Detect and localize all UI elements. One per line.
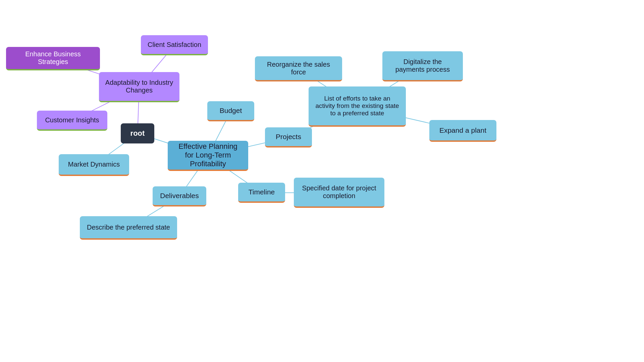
- deliverables-label: Deliverables: [160, 192, 199, 200]
- digitalize-node[interactable]: Digitalize the payments process: [382, 51, 463, 81]
- budget-node[interactable]: Budget: [207, 101, 254, 121]
- timeline-label: Timeline: [249, 188, 275, 196]
- enhance-node[interactable]: Enhance Business Strategies: [6, 47, 100, 70]
- market-node[interactable]: Market Dynamics: [59, 154, 129, 176]
- list-efforts-label: List of efforts to take an activity from…: [315, 95, 400, 117]
- customer-label: Customer Insights: [45, 116, 99, 124]
- digitalize-label: Digitalize the payments process: [388, 58, 457, 73]
- projects-node[interactable]: Projects: [265, 127, 312, 147]
- enhance-label: Enhance Business Strategies: [12, 50, 94, 66]
- specified-node[interactable]: Specified date for project completion: [294, 178, 384, 208]
- budget-label: Budget: [220, 107, 242, 115]
- client-node[interactable]: Client Satisfaction: [141, 35, 208, 55]
- root-node[interactable]: root: [121, 123, 154, 143]
- adaptability-node[interactable]: Adaptability to Industry Changes: [99, 72, 179, 102]
- projects-label: Projects: [276, 133, 301, 141]
- adaptability-label: Adaptability to Industry Changes: [105, 79, 173, 94]
- market-label: Market Dynamics: [68, 161, 120, 168]
- reorganize-label: Reorganize the sales force: [261, 61, 336, 76]
- list-efforts-node[interactable]: List of efforts to take an activity from…: [309, 86, 406, 127]
- timeline-node[interactable]: Timeline: [238, 183, 285, 203]
- describe-node[interactable]: Describe the preferred state: [80, 216, 177, 240]
- specified-label: Specified date for project completion: [300, 184, 378, 200]
- center-node[interactable]: Effective Planning for Long-Term Profita…: [168, 141, 248, 171]
- root-label: root: [130, 129, 145, 138]
- expand-node[interactable]: Expand a plant: [429, 120, 496, 142]
- reorganize-node[interactable]: Reorganize the sales force: [255, 56, 342, 81]
- describe-label: Describe the preferred state: [87, 224, 170, 231]
- deliverables-node[interactable]: Deliverables: [153, 186, 206, 206]
- expand-label: Expand a plant: [439, 126, 486, 134]
- customer-node[interactable]: Customer Insights: [37, 111, 107, 131]
- center-label: Effective Planning for Long-Term Profita…: [174, 142, 242, 168]
- client-label: Client Satisfaction: [148, 41, 201, 49]
